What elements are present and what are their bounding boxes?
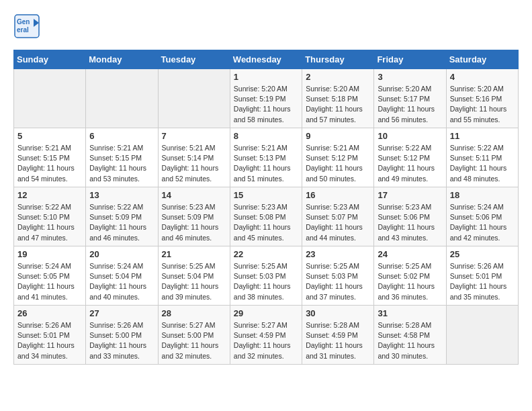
calendar-cell: [14, 69, 86, 128]
day-info: Sunrise: 5:20 AMSunset: 5:16 PMDaylight:…: [450, 84, 515, 125]
day-info: Sunrise: 5:24 AMSunset: 5:06 PMDaylight:…: [450, 202, 515, 243]
day-info: Sunrise: 5:23 AMSunset: 5:08 PMDaylight:…: [234, 202, 298, 243]
logo-icon: Gen eral: [13, 13, 40, 39]
calendar-cell: 25Sunrise: 5:26 AMSunset: 5:01 PMDayligh…: [446, 246, 518, 306]
day-info: Sunrise: 5:24 AMSunset: 5:04 PMDaylight:…: [89, 261, 154, 302]
day-number: 2: [306, 72, 370, 82]
calendar-table: SundayMondayTuesdayWednesdayThursdayFrid…: [13, 50, 519, 365]
day-number: 18: [450, 190, 515, 200]
calendar-cell: 29Sunrise: 5:27 AMSunset: 4:59 PMDayligh…: [230, 306, 302, 365]
calendar-week-row: 19Sunrise: 5:24 AMSunset: 5:05 PMDayligh…: [14, 246, 519, 306]
svg-text:Gen: Gen: [17, 18, 30, 26]
day-number: 4: [450, 72, 515, 82]
day-info: Sunrise: 5:25 AMSunset: 5:02 PMDaylight:…: [378, 261, 442, 302]
day-info: Sunrise: 5:21 AMSunset: 5:12 PMDaylight:…: [306, 143, 370, 184]
calendar-cell: [158, 69, 230, 128]
calendar-cell: 18Sunrise: 5:24 AMSunset: 5:06 PMDayligh…: [446, 187, 518, 246]
day-info: Sunrise: 5:27 AMSunset: 4:59 PMDaylight:…: [234, 320, 298, 361]
day-number: 17: [378, 190, 442, 200]
day-number: 5: [17, 131, 82, 141]
day-info: Sunrise: 5:20 AMSunset: 5:19 PMDaylight:…: [234, 84, 298, 125]
weekday-row: SundayMondayTuesdayWednesdayThursdayFrid…: [14, 50, 519, 69]
calendar-cell: 1Sunrise: 5:20 AMSunset: 5:19 PMDaylight…: [230, 69, 302, 128]
day-info: Sunrise: 5:20 AMSunset: 5:18 PMDaylight:…: [306, 84, 370, 125]
calendar-cell: 3Sunrise: 5:20 AMSunset: 5:17 PMDaylight…: [374, 69, 446, 128]
calendar-cell: 6Sunrise: 5:21 AMSunset: 5:15 PMDaylight…: [86, 128, 158, 187]
day-number: 29: [234, 308, 298, 318]
day-number: 30: [306, 308, 370, 318]
day-number: 28: [162, 308, 226, 318]
day-number: 9: [306, 131, 370, 141]
calendar-cell: 26Sunrise: 5:26 AMSunset: 5:01 PMDayligh…: [14, 306, 86, 365]
day-info: Sunrise: 5:25 AMSunset: 5:03 PMDaylight:…: [234, 261, 298, 302]
day-info: Sunrise: 5:28 AMSunset: 4:59 PMDaylight:…: [306, 320, 370, 361]
day-info: Sunrise: 5:21 AMSunset: 5:15 PMDaylight:…: [17, 143, 82, 184]
calendar-cell: 24Sunrise: 5:25 AMSunset: 5:02 PMDayligh…: [374, 246, 446, 306]
day-number: 19: [17, 249, 82, 259]
weekday-header: Thursday: [302, 50, 374, 69]
day-number: 26: [17, 308, 82, 318]
day-number: 7: [162, 131, 226, 141]
calendar-cell: 20Sunrise: 5:24 AMSunset: 5:04 PMDayligh…: [86, 246, 158, 306]
day-info: Sunrise: 5:26 AMSunset: 5:00 PMDaylight:…: [89, 320, 154, 361]
calendar-cell: 16Sunrise: 5:23 AMSunset: 5:07 PMDayligh…: [302, 187, 374, 246]
calendar-cell: 9Sunrise: 5:21 AMSunset: 5:12 PMDaylight…: [302, 128, 374, 187]
calendar-cell: 31Sunrise: 5:28 AMSunset: 4:58 PMDayligh…: [374, 306, 446, 365]
day-info: Sunrise: 5:27 AMSunset: 5:00 PMDaylight:…: [162, 320, 226, 361]
calendar-cell: 11Sunrise: 5:22 AMSunset: 5:11 PMDayligh…: [446, 128, 518, 187]
calendar-week-row: 12Sunrise: 5:22 AMSunset: 5:10 PMDayligh…: [14, 187, 519, 246]
day-info: Sunrise: 5:22 AMSunset: 5:12 PMDaylight:…: [378, 143, 442, 184]
calendar-week-row: 5Sunrise: 5:21 AMSunset: 5:15 PMDaylight…: [14, 128, 519, 187]
day-info: Sunrise: 5:23 AMSunset: 5:06 PMDaylight:…: [378, 202, 442, 243]
day-info: Sunrise: 5:21 AMSunset: 5:13 PMDaylight:…: [234, 143, 298, 184]
day-number: 24: [378, 249, 442, 259]
day-number: 15: [234, 190, 298, 200]
day-number: 6: [89, 131, 154, 141]
calendar-cell: 15Sunrise: 5:23 AMSunset: 5:08 PMDayligh…: [230, 187, 302, 246]
day-number: 11: [450, 131, 515, 141]
day-info: Sunrise: 5:24 AMSunset: 5:05 PMDaylight:…: [17, 261, 82, 302]
day-number: 21: [162, 249, 226, 259]
calendar-cell: 30Sunrise: 5:28 AMSunset: 4:59 PMDayligh…: [302, 306, 374, 365]
day-number: 20: [89, 249, 154, 259]
weekday-header: Saturday: [446, 50, 518, 69]
logo: Gen eral: [13, 13, 43, 39]
day-number: 12: [17, 190, 82, 200]
calendar-cell: [446, 306, 518, 365]
day-number: 1: [234, 72, 298, 82]
day-number: 31: [378, 308, 442, 318]
calendar-week-row: 26Sunrise: 5:26 AMSunset: 5:01 PMDayligh…: [14, 306, 519, 365]
calendar-cell: 8Sunrise: 5:21 AMSunset: 5:13 PMDaylight…: [230, 128, 302, 187]
calendar-cell: [86, 69, 158, 128]
calendar-cell: 19Sunrise: 5:24 AMSunset: 5:05 PMDayligh…: [14, 246, 86, 306]
day-number: 10: [378, 131, 442, 141]
calendar-cell: 7Sunrise: 5:21 AMSunset: 5:14 PMDaylight…: [158, 128, 230, 187]
day-info: Sunrise: 5:26 AMSunset: 5:01 PMDaylight:…: [450, 261, 515, 302]
day-info: Sunrise: 5:22 AMSunset: 5:09 PMDaylight:…: [89, 202, 154, 243]
weekday-header: Friday: [374, 50, 446, 69]
day-number: 8: [234, 131, 298, 141]
calendar-week-row: 1Sunrise: 5:20 AMSunset: 5:19 PMDaylight…: [14, 69, 519, 128]
calendar-cell: 10Sunrise: 5:22 AMSunset: 5:12 PMDayligh…: [374, 128, 446, 187]
calendar-cell: 23Sunrise: 5:25 AMSunset: 5:03 PMDayligh…: [302, 246, 374, 306]
day-info: Sunrise: 5:23 AMSunset: 5:09 PMDaylight:…: [162, 202, 226, 243]
day-number: 23: [306, 249, 370, 259]
weekday-header: Monday: [86, 50, 158, 69]
calendar-header: SundayMondayTuesdayWednesdayThursdayFrid…: [14, 50, 519, 69]
page-header: Gen eral: [13, 13, 519, 39]
calendar-cell: 28Sunrise: 5:27 AMSunset: 5:00 PMDayligh…: [158, 306, 230, 365]
weekday-header: Wednesday: [230, 50, 302, 69]
calendar-cell: 21Sunrise: 5:25 AMSunset: 5:04 PMDayligh…: [158, 246, 230, 306]
calendar-cell: 4Sunrise: 5:20 AMSunset: 5:16 PMDaylight…: [446, 69, 518, 128]
calendar-cell: 13Sunrise: 5:22 AMSunset: 5:09 PMDayligh…: [86, 187, 158, 246]
calendar-cell: 22Sunrise: 5:25 AMSunset: 5:03 PMDayligh…: [230, 246, 302, 306]
day-info: Sunrise: 5:25 AMSunset: 5:04 PMDaylight:…: [162, 261, 226, 302]
day-info: Sunrise: 5:26 AMSunset: 5:01 PMDaylight:…: [17, 320, 82, 361]
day-info: Sunrise: 5:21 AMSunset: 5:14 PMDaylight:…: [162, 143, 226, 184]
calendar-cell: 12Sunrise: 5:22 AMSunset: 5:10 PMDayligh…: [14, 187, 86, 246]
day-info: Sunrise: 5:22 AMSunset: 5:11 PMDaylight:…: [450, 143, 515, 184]
weekday-header: Tuesday: [158, 50, 230, 69]
day-number: 16: [306, 190, 370, 200]
weekday-header: Sunday: [14, 50, 86, 69]
day-info: Sunrise: 5:23 AMSunset: 5:07 PMDaylight:…: [306, 202, 370, 243]
